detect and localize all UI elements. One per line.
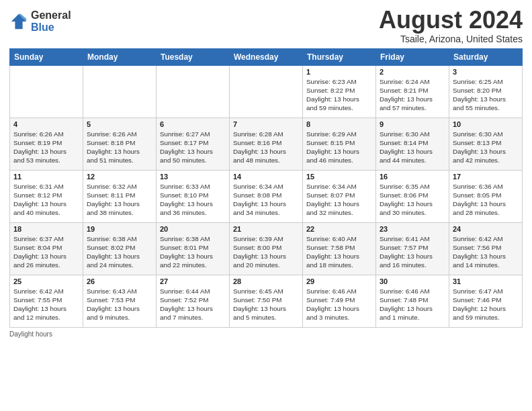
day-number: 6 [160,120,226,128]
footer: Daylight hours [9,330,523,338]
calendar-cell: 20Sunrise: 6:38 AM Sunset: 8:01 PM Dayli… [157,222,230,275]
day-number: 22 [306,225,372,233]
calendar-cell: 14Sunrise: 6:34 AM Sunset: 8:08 PM Dayli… [230,170,303,222]
col-header-wednesday: Wednesday [230,48,303,65]
day-info: Sunrise: 6:46 AM Sunset: 7:48 PM Dayligh… [380,287,445,322]
day-info: Sunrise: 6:38 AM Sunset: 8:01 PM Dayligh… [160,234,226,270]
day-info: Sunrise: 6:23 AM Sunset: 8:22 PM Dayligh… [306,77,372,113]
day-info: Sunrise: 6:30 AM Sunset: 8:14 PM Dayligh… [380,130,445,165]
calendar-cell: 10Sunrise: 6:30 AM Sunset: 8:13 PM Dayli… [449,118,523,170]
day-info: Sunrise: 6:35 AM Sunset: 8:06 PM Dayligh… [380,182,445,218]
day-number: 8 [306,120,372,128]
day-number: 7 [233,120,299,128]
calendar-cell: 22Sunrise: 6:40 AM Sunset: 7:58 PM Dayli… [303,222,376,275]
calendar-cell [83,65,157,118]
day-number: 28 [233,277,299,285]
calendar-cell: 23Sunrise: 6:41 AM Sunset: 7:57 PM Dayli… [376,222,449,275]
calendar-cell [157,65,230,118]
calendar-cell: 13Sunrise: 6:33 AM Sunset: 8:10 PM Dayli… [157,170,230,222]
calendar-cell: 21Sunrise: 6:39 AM Sunset: 8:00 PM Dayli… [230,222,303,275]
calendar-cell: 6Sunrise: 6:27 AM Sunset: 8:17 PM Daylig… [157,118,230,170]
calendar-cell: 1Sunrise: 6:23 AM Sunset: 8:22 PM Daylig… [303,65,376,118]
day-number: 14 [233,173,299,181]
col-header-thursday: Thursday [303,48,376,65]
day-number: 21 [233,225,299,233]
day-info: Sunrise: 6:38 AM Sunset: 8:02 PM Dayligh… [87,234,152,270]
day-number: 1 [306,68,372,76]
day-number: 9 [380,120,445,128]
day-info: Sunrise: 6:26 AM Sunset: 8:18 PM Dayligh… [87,130,152,165]
day-info: Sunrise: 6:31 AM Sunset: 8:12 PM Dayligh… [13,182,79,218]
logo-text: General Blue [31,9,71,33]
page-subtitle: Tsaile, Arizona, United States [379,34,523,44]
day-info: Sunrise: 6:41 AM Sunset: 7:57 PM Dayligh… [380,234,445,270]
day-number: 4 [13,120,79,128]
day-number: 17 [453,173,519,181]
logo: General Blue [9,9,71,33]
calendar-cell: 28Sunrise: 6:45 AM Sunset: 7:50 PM Dayli… [230,275,303,327]
day-info: Sunrise: 6:34 AM Sunset: 8:07 PM Dayligh… [306,182,372,218]
day-number: 15 [306,173,372,181]
calendar-week-row: 18Sunrise: 6:37 AM Sunset: 8:04 PM Dayli… [10,222,523,275]
day-info: Sunrise: 6:47 AM Sunset: 7:46 PM Dayligh… [453,287,519,322]
calendar-cell: 30Sunrise: 6:46 AM Sunset: 7:48 PM Dayli… [376,275,449,327]
calendar-week-row: 4Sunrise: 6:26 AM Sunset: 8:19 PM Daylig… [10,118,523,170]
calendar-cell: 12Sunrise: 6:32 AM Sunset: 8:11 PM Dayli… [83,170,157,222]
calendar-cell: 11Sunrise: 6:31 AM Sunset: 8:12 PM Dayli… [10,170,83,222]
day-info: Sunrise: 6:32 AM Sunset: 8:11 PM Dayligh… [87,182,152,218]
calendar-header-row: SundayMondayTuesdayWednesdayThursdayFrid… [10,48,523,65]
calendar-cell: 18Sunrise: 6:37 AM Sunset: 8:04 PM Dayli… [10,222,83,275]
calendar-cell: 7Sunrise: 6:28 AM Sunset: 8:16 PM Daylig… [230,118,303,170]
calendar-week-row: 1Sunrise: 6:23 AM Sunset: 8:22 PM Daylig… [10,65,523,118]
calendar-cell: 3Sunrise: 6:25 AM Sunset: 8:20 PM Daylig… [449,65,523,118]
calendar-cell: 8Sunrise: 6:29 AM Sunset: 8:15 PM Daylig… [303,118,376,170]
calendar-cell: 9Sunrise: 6:30 AM Sunset: 8:14 PM Daylig… [376,118,449,170]
day-info: Sunrise: 6:34 AM Sunset: 8:08 PM Dayligh… [233,182,299,218]
day-info: Sunrise: 6:24 AM Sunset: 8:21 PM Dayligh… [380,77,445,113]
day-info: Sunrise: 6:42 AM Sunset: 7:56 PM Dayligh… [453,234,519,270]
day-info: Sunrise: 6:40 AM Sunset: 7:58 PM Dayligh… [306,234,372,270]
day-number: 23 [380,225,445,233]
calendar-week-row: 11Sunrise: 6:31 AM Sunset: 8:12 PM Dayli… [10,170,523,222]
day-number: 3 [453,68,519,76]
calendar-cell: 24Sunrise: 6:42 AM Sunset: 7:56 PM Dayli… [449,222,523,275]
day-info: Sunrise: 6:28 AM Sunset: 8:16 PM Dayligh… [233,130,299,165]
calendar-week-row: 25Sunrise: 6:42 AM Sunset: 7:55 PM Dayli… [10,275,523,327]
day-number: 13 [160,173,226,181]
day-number: 25 [13,277,79,285]
calendar-cell [10,65,83,118]
calendar-cell: 19Sunrise: 6:38 AM Sunset: 8:02 PM Dayli… [83,222,157,275]
day-number: 2 [380,68,445,76]
logo-blue-text: Blue [31,21,71,34]
calendar-cell: 2Sunrise: 6:24 AM Sunset: 8:21 PM Daylig… [376,65,449,118]
day-number: 10 [453,120,519,128]
col-header-saturday: Saturday [449,48,523,65]
title-block: August 2024 Tsaile, Arizona, United Stat… [379,7,523,44]
footer-text: Daylight hours [9,330,52,338]
day-number: 19 [87,225,152,233]
calendar-cell: 4Sunrise: 6:26 AM Sunset: 8:19 PM Daylig… [10,118,83,170]
calendar-cell: 17Sunrise: 6:36 AM Sunset: 8:05 PM Dayli… [449,170,523,222]
day-info: Sunrise: 6:44 AM Sunset: 7:52 PM Dayligh… [160,287,226,322]
day-number: 27 [160,277,226,285]
calendar-cell: 29Sunrise: 6:46 AM Sunset: 7:49 PM Dayli… [303,275,376,327]
day-info: Sunrise: 6:30 AM Sunset: 8:13 PM Dayligh… [453,130,519,165]
calendar-table: SundayMondayTuesdayWednesdayThursdayFrid… [9,48,523,328]
day-number: 11 [13,173,79,181]
day-info: Sunrise: 6:33 AM Sunset: 8:10 PM Dayligh… [160,182,226,218]
day-number: 18 [13,225,79,233]
col-header-sunday: Sunday [10,48,83,65]
calendar-cell [230,65,303,118]
day-number: 24 [453,225,519,233]
day-number: 16 [380,173,445,181]
day-info: Sunrise: 6:39 AM Sunset: 8:00 PM Dayligh… [233,234,299,270]
calendar-cell: 27Sunrise: 6:44 AM Sunset: 7:52 PM Dayli… [157,275,230,327]
page-title: August 2024 [379,7,523,34]
logo-general-text: General [31,9,71,21]
col-header-friday: Friday [376,48,449,65]
header: General Blue August 2024 Tsaile, Arizona… [9,7,523,44]
day-info: Sunrise: 6:45 AM Sunset: 7:50 PM Dayligh… [233,287,299,322]
day-number: 30 [380,277,445,285]
day-info: Sunrise: 6:27 AM Sunset: 8:17 PM Dayligh… [160,130,226,165]
calendar-cell: 16Sunrise: 6:35 AM Sunset: 8:06 PM Dayli… [376,170,449,222]
